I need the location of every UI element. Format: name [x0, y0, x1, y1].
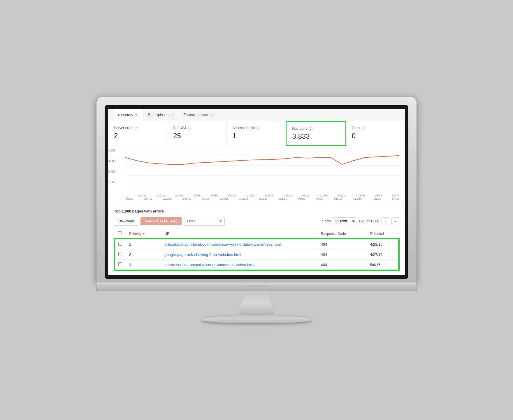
tab-bar: Desktop ? Smartphone ? Feature phone ?: [108, 109, 405, 121]
stat-not-found: Not found ? 3,833: [286, 121, 346, 146]
stat-other: Other ? 0: [346, 121, 405, 146]
stat-server-error-label: Server error ?: [114, 126, 161, 130]
next-page-button[interactable]: ›: [391, 217, 399, 225]
x-axis-top: ... 2/11/16 2/17/16 2/23/16 3/1/16 3/7/1…: [114, 194, 399, 197]
row-response-code-0: 404: [317, 239, 367, 249]
col-header-checkbox: [115, 229, 126, 239]
table-controls: Download MARK AS FIXED (0) ▼ Show: [114, 217, 399, 226]
row-priority-1: 2: [126, 249, 161, 260]
stat-not-found-label: Not found ?: [292, 126, 340, 131]
prev-page-button[interactable]: ‹: [382, 217, 389, 225]
row-priority-2: 3: [126, 260, 161, 270]
monitor-chin: [96, 282, 417, 291]
monitor-body: Desktop ? Smartphone ? Feature phone ?: [96, 97, 417, 282]
mark-fixed-button[interactable]: MARK AS FIXED (0): [140, 217, 181, 225]
table-section: Top 1,000 pages with errors Download MAR…: [108, 204, 405, 275]
tab-smartphone[interactable]: Smartphone ?: [143, 109, 179, 121]
stat-access-denied-value: 1: [232, 132, 280, 140]
pagination-text: 1-25 of 1,000: [359, 219, 379, 223]
monitor-stand: [230, 291, 283, 314]
col-header-response-code: Response Code: [317, 229, 367, 239]
monitor-wrapper: Desktop ? Smartphone ? Feature phone ?: [96, 97, 417, 323]
stat-access-denied: Access denied ? 1: [226, 121, 286, 146]
server-error-help-icon[interactable]: ?: [134, 126, 138, 130]
filter-input[interactable]: [184, 217, 225, 226]
table-title: Top 1,000 pages with errors: [114, 209, 399, 213]
show-label: Show: [322, 219, 331, 223]
data-table: Priority ▼ URL Response Code Detected: [114, 229, 399, 270]
sort-icon: ▼: [142, 232, 145, 236]
select-all-checkbox[interactable]: [118, 231, 122, 235]
stat-soft-404-value: 25: [173, 132, 220, 140]
row-detected-1: 4/27/16: [366, 249, 398, 260]
filter-wrapper: ▼: [184, 217, 225, 226]
col-header-priority[interactable]: Priority ▼: [126, 229, 161, 239]
soft-404-help-icon[interactable]: ?: [187, 126, 192, 130]
filter-icon: ▼: [219, 219, 222, 223]
stat-soft-404: Soft 404 ? 25: [167, 121, 226, 146]
monitor-base: [201, 314, 312, 323]
row-url-1[interactable]: google-pagerank-showing-0-na-websites.ht…: [161, 249, 317, 260]
download-button[interactable]: Download: [114, 217, 138, 226]
not-found-help-icon[interactable]: ?: [309, 126, 313, 131]
col-header-url: URL: [161, 229, 317, 239]
pagination-area: Show 25 rows 50 rows 100 rows 1-25 of 1,…: [322, 217, 399, 225]
screen-content: Desktop ? Smartphone ? Feature phone ?: [108, 109, 405, 275]
rows-select[interactable]: 25 rows 50 rows 100 rows: [332, 217, 356, 225]
row-detected-0: 4/28/16: [366, 239, 398, 249]
stat-soft-404-label: Soft 404 ?: [173, 126, 220, 130]
y-axis-labels: 4,000 3,000 2,000 1,000: [108, 149, 115, 184]
tab-desktop[interactable]: Desktop ?: [113, 109, 143, 121]
featurephone-help-icon[interactable]: ?: [210, 113, 214, 117]
stat-other-value: 0: [352, 132, 399, 140]
col-header-detected: Detected: [366, 229, 398, 239]
smartphone-help-icon[interactable]: ?: [170, 113, 174, 117]
row-checkbox-1[interactable]: [118, 252, 122, 256]
screen-bezel: Desktop ? Smartphone ? Feature phone ?: [105, 105, 408, 279]
table-row: 3 create-verified-paypal-account-banned-…: [115, 260, 399, 270]
chart-svg: [114, 152, 399, 193]
row-url-0[interactable]: 0-facebook-com-facebook-mobile-site-with…: [161, 239, 317, 249]
table-row: 2 google-pagerank-showing-0-na-websites.…: [115, 249, 399, 260]
row-checkbox-cell: [115, 249, 126, 260]
screen: Desktop ? Smartphone ? Feature phone ?: [108, 109, 405, 275]
stats-row: Server error ? 2 Soft 404 ? 25: [108, 121, 405, 146]
access-denied-help-icon[interactable]: ?: [256, 126, 260, 130]
row-checkbox-cell: [115, 239, 126, 249]
chart-area: 4,000 3,000 2,000 1,000: [108, 146, 405, 204]
table-row: 1 0-facebook-com-facebook-mobile-site-wi…: [115, 239, 399, 249]
tab-feature-phone[interactable]: Feature phone ?: [179, 109, 218, 121]
x-axis-bottom: 2/8/16 2/14/16 2/20/16 2/26/16 3/4/16 3/…: [114, 197, 399, 200]
row-priority-0: 1: [126, 239, 161, 249]
stat-server-error: Server error ? 2: [108, 121, 167, 146]
row-response-code-2: 404: [317, 260, 367, 270]
row-checkbox-2[interactable]: [118, 262, 122, 266]
tab-smartphone-label: Smartphone: [148, 113, 168, 117]
stat-not-found-value: 3,833: [292, 132, 340, 140]
row-detected-2: 5/6/16: [366, 260, 398, 270]
row-response-code-1: 404: [317, 249, 367, 260]
row-checkbox-cell: [115, 260, 126, 270]
row-url-2[interactable]: create-verified-paypal-account-banned-co…: [161, 260, 317, 270]
stat-other-label: Other ?: [352, 126, 399, 130]
tab-desktop-label: Desktop: [118, 113, 133, 117]
other-help-icon[interactable]: ?: [362, 126, 366, 130]
show-rows: Show 25 rows 50 rows 100 rows: [322, 217, 356, 225]
desktop-help-icon[interactable]: ?: [134, 113, 138, 117]
stat-access-denied-label: Access denied ?: [232, 126, 280, 130]
tab-feature-label: Feature phone: [183, 113, 208, 117]
row-checkbox-0[interactable]: [118, 242, 122, 246]
stat-server-error-value: 2: [114, 132, 161, 140]
stand-area: [201, 291, 312, 323]
